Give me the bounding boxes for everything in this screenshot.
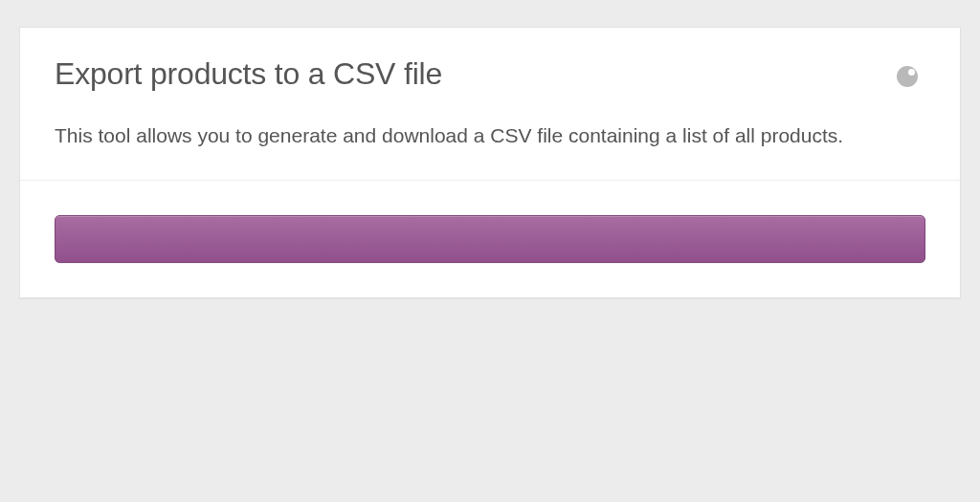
- panel-description: This tool allows you to generate and dow…: [55, 119, 849, 153]
- panel-title: Export products to a CSV file: [55, 56, 925, 92]
- export-panel-header: Export products to a CSV file This tool …: [20, 28, 960, 181]
- export-progress-bar: [55, 215, 925, 263]
- export-panel: Export products to a CSV file This tool …: [19, 27, 961, 298]
- export-panel-body: [20, 181, 960, 297]
- status-indicator-icon: [897, 66, 918, 87]
